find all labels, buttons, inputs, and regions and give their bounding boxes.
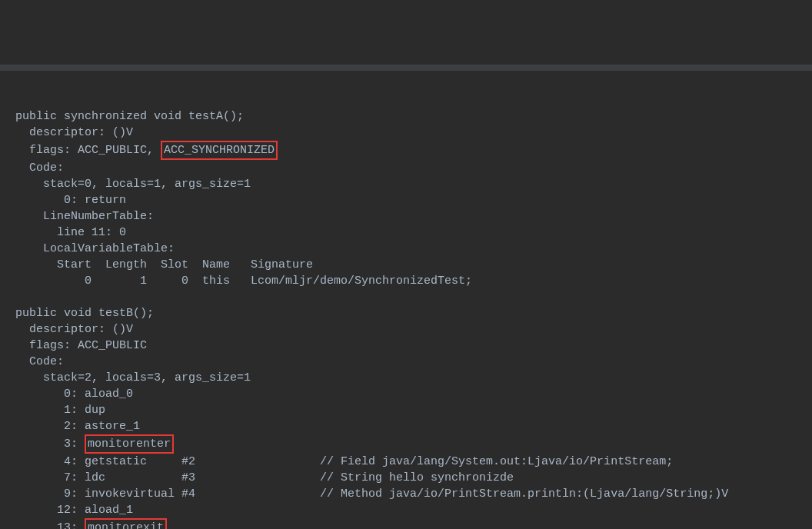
- testB-flags: flags: ACC_PUBLIC: [15, 339, 147, 352]
- testA-signature: public synchronized void testA();: [15, 110, 244, 123]
- testB-stack: stack=2, locals=3, args_size=1: [15, 371, 251, 384]
- titlebar: [0, 65, 812, 71]
- testA-instr-0: 0: return: [15, 194, 126, 207]
- testA-descriptor: descriptor: ()V: [15, 126, 133, 139]
- monitorenter-highlight: monitorenter: [85, 434, 174, 454]
- testB-descriptor: descriptor: ()V: [15, 323, 133, 336]
- testB-instr-12: 12: aload_1: [15, 504, 133, 517]
- testB-instr-7: 7: ldc #3 // String hello synchronizde: [15, 471, 514, 484]
- testA-ln1: line 11: 0: [15, 226, 126, 239]
- testA-lvt: LocalVariableTable:: [15, 242, 175, 255]
- monitorexit-highlight: monitorexit: [85, 518, 167, 529]
- testA-flags-prefix: flags: ACC_PUBLIC,: [15, 144, 161, 157]
- testA-lvh: Start Length Slot Name Signature: [15, 258, 313, 271]
- testB-instr-9: 9: invokevirtual #4 // Method java/io/Pr…: [15, 487, 728, 501]
- testB-instr-1: 1: dup: [15, 404, 105, 417]
- testB-instr-4: 4: getstatic #2 // Field java/lang/Syste…: [15, 455, 673, 468]
- testA-lv1: 0 1 0 this Lcom/mljr/demo/SynchronizedTe…: [15, 274, 472, 288]
- testA-code-label: Code:: [15, 161, 64, 175]
- testA-stack: stack=0, locals=1, args_size=1: [15, 178, 251, 191]
- testB-instr-2: 2: astore_1: [15, 420, 140, 433]
- testB-instr-13-prefix: 13:: [15, 521, 85, 529]
- code-content: public synchronized void testA(); descri…: [0, 87, 812, 529]
- testA-lnt: LineNumberTable:: [15, 210, 154, 223]
- testB-signature: public void testB();: [15, 307, 154, 320]
- testB-instr-0: 0: aload_0: [15, 388, 133, 401]
- acc-synchronized-highlight: ACC_SYNCHRONIZED: [161, 141, 278, 160]
- testB-instr-3-prefix: 3:: [15, 438, 85, 451]
- testB-code-label: Code:: [15, 355, 64, 368]
